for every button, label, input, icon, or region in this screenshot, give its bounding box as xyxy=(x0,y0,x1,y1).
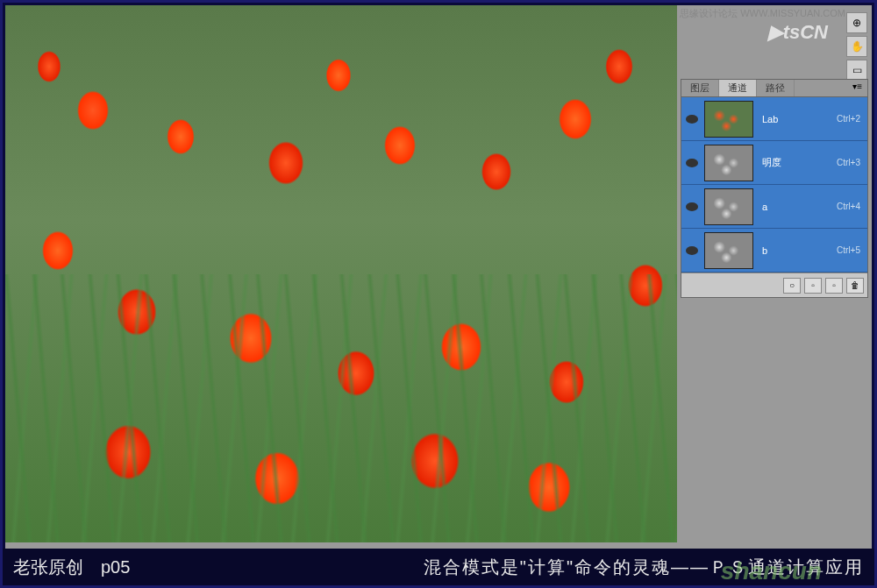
channel-name: Lab xyxy=(757,114,837,124)
channel-shortcut: Ctrl+3 xyxy=(837,158,866,167)
channels-panel: 图层 通道 路径 ▾≡ Lab Ctrl+2 明度 Ctrl+3 xyxy=(681,79,868,298)
tab-channels[interactable]: 通道 xyxy=(719,80,757,96)
tab-layers[interactable]: 图层 xyxy=(681,80,719,96)
photoshop-workspace: ⊕ ✋ ▭ 图层 通道 路径 ▾≡ Lab Ctrl+2 xyxy=(5,5,872,550)
channel-shortcut: Ctrl+4 xyxy=(837,202,866,211)
watermark-logo: ▶tsCN xyxy=(768,21,828,44)
right-sidebar: ⊕ ✋ ▭ 图层 通道 路径 ▾≡ Lab Ctrl+2 xyxy=(677,5,872,542)
visibility-icon[interactable] xyxy=(686,246,698,255)
save-selection-button[interactable]: ▫ xyxy=(804,278,822,294)
tool-icon-3[interactable]: ▭ xyxy=(846,60,867,81)
channel-thumbnail xyxy=(704,232,753,269)
channel-name: a xyxy=(757,202,837,212)
tool-icon-1[interactable]: ⊕ xyxy=(846,12,867,33)
panel-tab-bar: 图层 通道 路径 ▾≡ xyxy=(681,80,867,97)
foliage-overlay xyxy=(5,274,681,543)
hand-tool-icon[interactable]: ✋ xyxy=(846,36,867,57)
channel-shortcut: Ctrl+5 xyxy=(837,245,866,255)
tab-paths[interactable]: 路径 xyxy=(757,80,795,96)
load-selection-button[interactable]: ○ xyxy=(783,278,801,294)
delete-channel-button[interactable]: 🗑 xyxy=(846,278,864,294)
tool-strip: ⊕ ✋ ▭ xyxy=(844,10,870,83)
channel-row-b[interactable]: b Ctrl+5 xyxy=(681,229,867,273)
caption-author: 老张原创 p05 xyxy=(13,556,130,579)
visibility-icon[interactable] xyxy=(686,115,698,124)
visibility-icon[interactable] xyxy=(686,159,698,167)
channel-name: b xyxy=(757,245,837,256)
channel-row-lightness[interactable]: 明度 Ctrl+3 xyxy=(681,141,867,185)
channel-row-lab[interactable]: Lab Ctrl+2 xyxy=(681,97,867,141)
watermark-text: 思缘设计论坛 WWW.MISSYUAN.COM xyxy=(680,7,845,20)
visibility-icon[interactable] xyxy=(686,202,698,211)
channel-thumbnail xyxy=(704,101,753,138)
canvas-image[interactable] xyxy=(5,5,681,542)
panel-menu-icon[interactable]: ▾≡ xyxy=(847,80,867,96)
channel-list: Lab Ctrl+2 明度 Ctrl+3 a Ctrl+4 xyxy=(681,97,867,273)
watermark-bottom: shancun xyxy=(721,557,822,585)
channel-row-a[interactable]: a Ctrl+4 xyxy=(681,185,867,229)
channel-thumbnail xyxy=(704,145,753,181)
panel-footer: ○ ▫ ▫ 🗑 xyxy=(681,273,867,297)
new-channel-button[interactable]: ▫ xyxy=(825,278,843,294)
channel-shortcut: Ctrl+2 xyxy=(837,114,866,124)
channel-name: 明度 xyxy=(757,156,837,169)
channel-thumbnail xyxy=(704,188,753,225)
